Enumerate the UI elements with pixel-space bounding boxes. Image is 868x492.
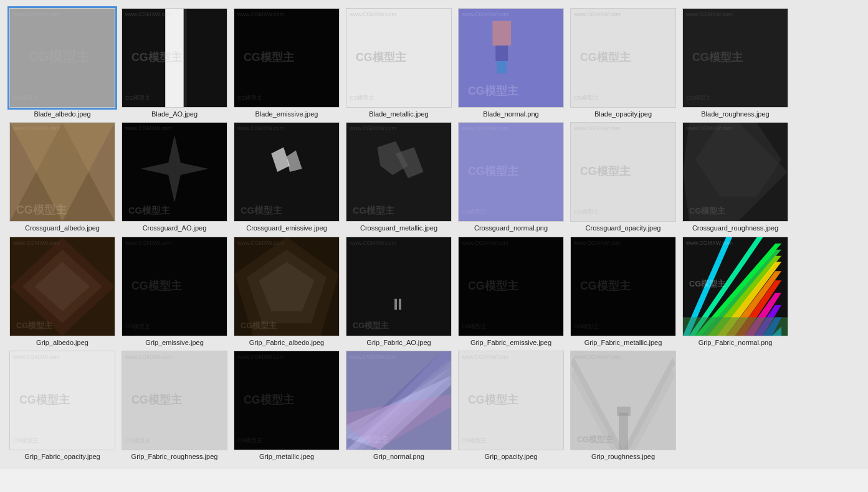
svg-text:CG模型主: CG模型主: [462, 323, 487, 329]
list-item[interactable]: www.CGMXW.com CG模型主 CG模型主 Grip_Fabric_op…: [8, 351, 117, 461]
file-label: Grip_Fabric_roughness.jpeg: [131, 452, 218, 461]
svg-text:CG模型主: CG模型主: [353, 205, 395, 215]
file-label: Crossguard_AO.jpeg: [143, 224, 207, 232]
svg-text:www.CGMXW.com: www.CGMXW.com: [237, 11, 284, 17]
svg-text:CG模型主: CG模型主: [468, 84, 519, 97]
list-item[interactable]: www.CGMXW.com CG模型主 CG模型主 Grip_Fabric_me…: [569, 237, 677, 347]
svg-text:www.CGMXW.com: www.CGMXW.com: [461, 125, 508, 131]
list-item[interactable]: www.CGMXW.com CG模型主 CG模型主 Grip_Fabric_ro…: [120, 351, 229, 461]
svg-text:www.CGMXW.com: www.CGMXW.com: [125, 11, 172, 17]
list-item[interactable]: www.CGMXW.com CG模型主 Grip_Fabric_albedo.j…: [232, 237, 341, 347]
svg-text:www.CGMXW.com: www.CGMXW.com: [12, 11, 60, 17]
list-item[interactable]: www.CGMXW.com CG模型主 CG模型主 Grip_emissive.…: [120, 237, 229, 347]
list-item[interactable]: www.CGMXW.com CG模型主 CG模型主 Crossguard_opa…: [569, 122, 677, 232]
list-item[interactable]: www.CGMXW.com CG模型主 CG模型主 Blade_albedo.j…: [8, 8, 117, 118]
list-item[interactable]: www.CGMXW.com CG模型主 Grip_Fabric_normal.p…: [681, 237, 789, 347]
svg-text:CG模型主: CG模型主: [131, 50, 183, 64]
list-item[interactable]: www.CGMXW.com CG模型主 CG模型主 Blade_opacity.…: [569, 8, 677, 118]
svg-text:CG模型主: CG模型主: [131, 393, 183, 406]
list-item[interactable]: www.CGMXW.com CG模型主 CG模型主 Grip_Fabric_em…: [457, 237, 565, 347]
svg-text:CG模型主: CG模型主: [689, 206, 726, 215]
list-item[interactable]: www.CGMXW.com CG模型主 Crossguard_AO.jpeg: [120, 122, 229, 232]
svg-rect-82: [394, 298, 397, 310]
file-label: Crossguard_roughness.jpeg: [692, 224, 778, 232]
list-item[interactable]: www.CGMXW.com CG模型主 Crossguard_metallic.…: [345, 122, 453, 232]
svg-text:www.CGMXW.com: www.CGMXW.com: [125, 239, 172, 245]
file-label: Grip_Fabric_normal.png: [699, 338, 773, 347]
list-item[interactable]: www.CGMXW.com CG模型主 CG模型主 Grip_metallic.…: [232, 351, 341, 461]
svg-rect-107: [683, 317, 788, 336]
file-label: Blade_normal.png: [483, 110, 538, 118]
svg-text:CG模型主: CG模型主: [13, 437, 38, 443]
svg-text:CG模型主: CG模型主: [577, 435, 614, 444]
svg-text:CG模型主: CG模型主: [580, 50, 631, 64]
svg-text:CG模型主: CG模型主: [686, 95, 711, 101]
svg-text:www.CGMXW.com: www.CGMXW.com: [349, 354, 396, 360]
list-item[interactable]: www.CGMXW.com CG模型主 Crossguard_albedo.jp…: [8, 122, 117, 232]
list-item[interactable]: www.CGMXW.com CG模型主 Crossguard_emissive.…: [232, 122, 341, 232]
svg-text:www.CGMXW.com: www.CGMXW.com: [12, 125, 60, 131]
svg-text:CG模型主: CG模型主: [580, 164, 631, 177]
svg-text:www.CGMXW.com: www.CGMXW.com: [685, 11, 733, 17]
svg-text:CG模型主: CG模型主: [350, 95, 374, 101]
svg-text:CG模型主: CG模型主: [244, 393, 295, 406]
svg-rect-83: [399, 298, 401, 310]
list-item[interactable]: www.CGMXW.com CG模型主 Grip_normal.png: [345, 351, 453, 461]
svg-text:CG模型主: CG模型主: [353, 435, 389, 444]
svg-text:CG模型主: CG模型主: [237, 437, 262, 443]
svg-text:CG模型主: CG模型主: [468, 164, 519, 177]
svg-text:www.CGMXW.com: www.CGMXW.com: [12, 239, 60, 245]
svg-text:CG模型主: CG模型主: [574, 323, 599, 329]
svg-text:CG模型主: CG模型主: [462, 209, 487, 215]
file-label: Grip_roughness.jpeg: [591, 452, 655, 461]
list-item[interactable]: www.CGMXW.com CG模型主 Crossguard_roughness…: [681, 122, 789, 232]
svg-text:CG模型主: CG模型主: [131, 279, 183, 292]
svg-rect-20: [492, 21, 511, 46]
svg-text:CG模型主: CG模型主: [241, 205, 283, 215]
file-label: Grip_Fabric_opacity.jpeg: [24, 452, 100, 461]
svg-rect-21: [495, 45, 508, 61]
svg-text:CG模型主: CG模型主: [353, 321, 389, 330]
list-item[interactable]: www.CGMXW.com CG模型主 Grip_Fabric_AO.jpeg: [345, 237, 453, 347]
list-item[interactable]: www.CGMXW.com CG模型主 CG模型主 Blade_metallic…: [345, 8, 453, 118]
svg-text:www.CGMXW.com: www.CGMXW.com: [461, 239, 508, 245]
file-label: Blade_AO.jpeg: [151, 110, 198, 118]
svg-text:CG模型主: CG模型主: [241, 321, 277, 330]
svg-text:CG模型主: CG模型主: [244, 50, 295, 64]
svg-text:CG模型主: CG模型主: [125, 323, 150, 329]
svg-text:www.CGMXW.com: www.CGMXW.com: [12, 354, 60, 360]
list-item[interactable]: www.CGMXW.com CG模型主 Grip_roughness.jpeg: [569, 351, 677, 461]
file-label: Grip_normal.png: [373, 452, 424, 461]
list-item[interactable]: www.CGMXW.com CG模型主 CG模型主 Blade_roughnes…: [681, 8, 789, 118]
list-item[interactable]: www.CGMXW.com CG模型主 CG模型主 Blade_AO.jpeg: [120, 8, 229, 118]
file-label: Crossguard_metallic.jpeg: [360, 224, 437, 232]
svg-text:www.CGMXW.com: www.CGMXW.com: [349, 11, 396, 17]
file-label: Blade_albedo.jpeg: [34, 110, 90, 118]
svg-text:www.CGMXW.com: www.CGMXW.com: [685, 125, 733, 131]
file-label: Grip_Fabric_AO.jpeg: [366, 338, 431, 347]
list-item[interactable]: www.CGMXW.com CG模型主 CG模型主 Crossguard_nor…: [457, 122, 565, 232]
svg-rect-141: [617, 407, 631, 416]
svg-text:CG模型主: CG模型主: [574, 209, 599, 215]
svg-text:www.CGMXW.com: www.CGMXW.com: [237, 354, 284, 360]
list-item[interactable]: www.CGMXW.com CG模型主 Grip_albedo.jpeg: [8, 237, 117, 347]
list-item[interactable]: www.CGMXW.com CG模型主 CG模型主 Blade_emissive…: [232, 8, 341, 118]
file-label: Crossguard_emissive.jpeg: [246, 224, 327, 232]
svg-text:www.CGMXW.com: www.CGMXW.com: [461, 354, 508, 360]
svg-text:www.CGMXW.com: www.CGMXW.com: [461, 11, 508, 17]
file-label: Grip_albedo.jpeg: [36, 338, 88, 347]
svg-text:www.CGMXW.com: www.CGMXW.com: [237, 239, 284, 245]
svg-text:CG模型主: CG模型主: [237, 95, 262, 101]
svg-text:www.CGMXW.com: www.CGMXW.com: [125, 125, 172, 131]
svg-rect-22: [497, 61, 507, 73]
list-item[interactable]: www.CGMXW.com CG模型主 CG模型主 Grip_opacity.j…: [457, 351, 565, 461]
svg-text:CG模型主: CG模型主: [462, 437, 487, 443]
file-label: Grip_Fabric_albedo.jpeg: [249, 338, 324, 347]
svg-rect-7: [184, 9, 187, 107]
texture-grid: www.CGMXW.com CG模型主 CG模型主 Blade_albedo.j…: [0, 0, 868, 469]
svg-text:CG模型主: CG模型主: [689, 279, 726, 288]
svg-text:www.CGMXW.com: www.CGMXW.com: [573, 239, 621, 245]
list-item[interactable]: www.CGMXW.com CG模型主 Blade_normal.png: [457, 8, 565, 118]
svg-text:www.CGMXW.com: www.CGMXW.com: [125, 354, 172, 360]
file-label: Grip_metallic.jpeg: [259, 452, 314, 461]
